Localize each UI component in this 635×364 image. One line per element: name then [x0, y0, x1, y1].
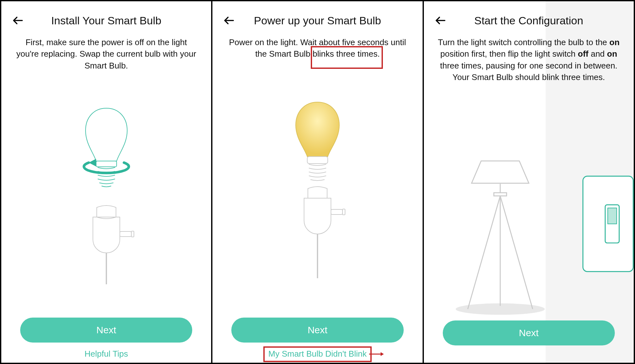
desc-part: position first, then flip the light swit…	[440, 49, 578, 59]
desc-bold: off	[578, 49, 589, 59]
back-arrow-icon[interactable]	[11, 13, 25, 28]
illustration-install	[1, 71, 211, 318]
svg-rect-9	[342, 209, 345, 215]
svg-marker-12	[381, 352, 384, 356]
header: Start the Configuration	[424, 1, 634, 30]
page-title: Install Your Smart Bulb	[25, 14, 187, 27]
panel-powerup: Power up your Smart Bulb Power on the li…	[211, 1, 422, 363]
red-arrow-icon	[369, 352, 384, 356]
next-button[interactable]: Next	[20, 318, 192, 343]
next-button[interactable]: Next	[231, 318, 403, 343]
svg-marker-2	[89, 159, 96, 166]
illustration-powerup	[212, 60, 422, 318]
desc-bold: on	[607, 49, 617, 59]
back-arrow-icon[interactable]	[222, 13, 236, 28]
header: Install Your Smart Bulb	[1, 1, 211, 30]
description: First, make sure the power is off on the…	[1, 30, 211, 71]
page-title: Start the Configuration	[448, 14, 610, 27]
svg-rect-8	[331, 209, 342, 214]
back-arrow-icon[interactable]	[433, 13, 448, 28]
svg-line-18	[500, 196, 532, 309]
next-button[interactable]: Next	[443, 320, 615, 345]
svg-line-17	[468, 196, 500, 309]
desc-part: Turn the light switch controlling the bu…	[438, 37, 609, 47]
desc-bold: on	[609, 37, 620, 47]
header: Power up your Smart Bulb	[212, 1, 422, 30]
svg-rect-22	[608, 208, 617, 224]
description: Turn the light switch controlling the bu…	[424, 30, 634, 83]
desc-highlight-text: blinks three times.	[313, 49, 380, 59]
svg-rect-3	[120, 231, 131, 237]
desc-part: and	[589, 49, 607, 59]
panel-configuration: Start the Configuration Turn the light s…	[423, 1, 634, 363]
didnt-blink-link[interactable]: My Smart Bulb Didn't Blink	[267, 348, 369, 360]
helpful-tips-link[interactable]: Helpful Tips	[83, 348, 130, 360]
panel-install: Install Your Smart Bulb First, make sure…	[1, 1, 211, 363]
didnt-blink-link-text: My Smart Bulb Didn't Blink	[268, 349, 367, 359]
svg-rect-1	[96, 161, 117, 167]
desc-part: three times, pausing for one second in b…	[440, 61, 618, 82]
svg-rect-4	[131, 231, 134, 237]
page-title: Power up your Smart Bulb	[236, 14, 399, 27]
illustration-config	[424, 83, 634, 320]
svg-rect-7	[307, 157, 328, 164]
description: Power on the light. Wait about five seco…	[212, 30, 422, 60]
svg-rect-16	[494, 193, 507, 196]
